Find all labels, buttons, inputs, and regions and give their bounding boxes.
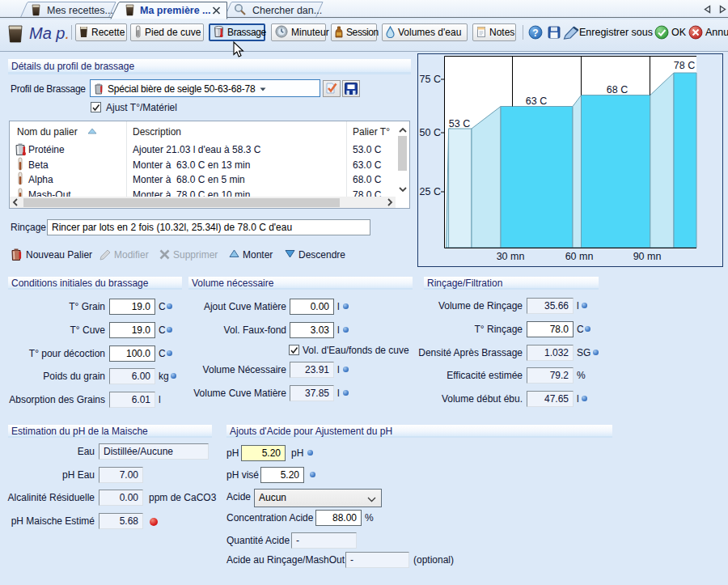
svg-text:50 C: 50 C [420, 127, 441, 138]
svg-text:Ma première ...: Ma première ... [140, 5, 211, 16]
svg-text:60 mn: 60 mn [565, 251, 594, 262]
svg-text:30 mn: 30 mn [497, 251, 525, 262]
svg-text:53 C: 53 C [449, 118, 470, 129]
svg-text:Chercher dan...: Chercher dan... [252, 5, 322, 16]
svg-text:63 C: 63 C [526, 95, 547, 107]
svg-text:75 C: 75 C [420, 74, 441, 85]
svg-text:25 C: 25 C [420, 186, 441, 197]
svg-text:90 mn: 90 mn [633, 251, 662, 262]
svg-text:?: ? [532, 28, 538, 39]
svg-text:Mes recettes...: Mes recettes... [47, 5, 113, 16]
svg-text:78 C: 78 C [674, 60, 695, 71]
svg-text:68 C: 68 C [607, 84, 628, 95]
